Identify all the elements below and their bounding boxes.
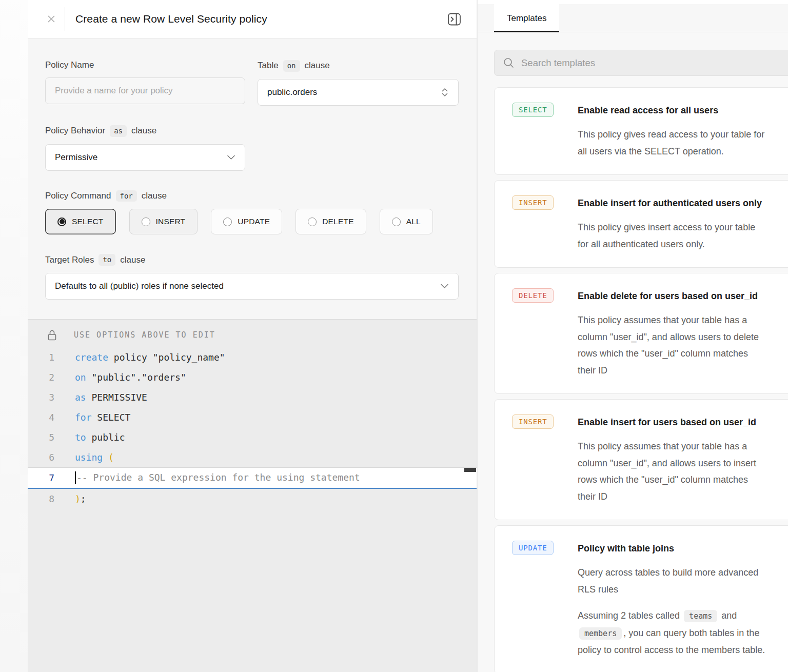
token-plain: public [86,432,125,443]
card-content: Enable read access for all usersThis pol… [578,103,788,160]
editor-line-6: 6using ( [28,447,477,467]
template-card-2[interactable]: INSERTEnable insert for authenticated us… [494,180,788,268]
token-keyword: to [75,432,86,443]
description-text: This policy assumes that your table has … [578,441,747,451]
to-keyword-pill: to [98,254,115,266]
panel-right-icon [447,12,461,26]
line-content: using ( [75,452,114,463]
token-plain: PERMISSIVE [86,392,147,403]
token-paren: ) [75,493,81,504]
line-number: 5 [28,432,75,443]
card-title: Enable insert for users based on user_id [578,416,788,428]
table-select[interactable]: public.orders [258,79,459,106]
line-number: 8 [28,493,75,504]
radio-delete[interactable]: DELETE [296,209,366,234]
behavior-field: Policy Behavior as clause Permissive [45,125,245,171]
radio-circle-icon [142,218,150,226]
radio-label: UPDATE [238,217,270,226]
card-badge-column: DELETE [512,288,578,379]
token-plain: ; [81,493,86,504]
radio-label: DELETE [322,217,354,226]
description-text: policy to control access to the members … [578,645,765,655]
description-text: column "user_id", and allows users to de… [578,332,759,342]
description-text: Query across tables to build more advanc… [578,567,758,578]
command-label: Policy Command for clause [45,190,459,202]
radio-all[interactable]: ALL [380,209,433,234]
token-plain [103,452,108,463]
editor-line-7: 7-- Provide a SQL expression for the usi… [28,467,477,489]
radio-circle-icon [57,218,66,226]
token-plain: policy "policy_name" [108,352,225,363]
card-title: Enable insert for authenticated users on… [578,197,788,209]
command-badge: DELETE [512,288,554,303]
token-paren: ( [108,452,114,463]
templates-search-area [478,32,788,76]
header-divider [65,7,65,31]
card-description-line: for all authenticated users only. [578,236,788,253]
card-description-paragraph: This policy assumes that your table has … [578,312,788,379]
page-backdrop [0,0,28,672]
templates-panel: Templates SELECTEnable read access for a… [477,0,788,672]
as-keyword-pill: as [110,125,127,137]
roles-label: Target Roles to clause [45,254,459,266]
template-card-3[interactable]: DELETEEnable delete for users based on u… [494,273,788,394]
templates-tabbar: Templates [478,0,788,32]
line-number: 6 [28,452,75,463]
description-text: and [719,610,737,621]
template-card-1[interactable]: SELECTEnable read access for all usersTh… [494,87,788,175]
line-content: create policy "policy_name" [75,352,225,363]
description-text: , you can query both tables in the [623,628,759,638]
card-badge-column: INSERT [512,414,578,505]
radio-label: ALL [406,217,421,226]
description-text: rows which the "user_id" column matches [578,348,748,359]
editor-line-1: 1create policy "policy_name" [28,347,477,367]
template-card-4[interactable]: INSERTEnable insert for users based on u… [494,399,788,520]
policy-name-input[interactable] [45,77,245,104]
card-description-line: This policy assumes that your table has … [578,312,788,329]
for-keyword-pill: for [116,190,137,202]
command-radio-group: SELECTINSERTUPDATEDELETEALL [45,209,459,234]
description-text: for all authenticated users only. [578,239,705,249]
token-keyword: for [75,412,92,423]
line-number: 4 [28,412,75,423]
editor-line-2: 2on "public"."orders" [28,367,477,387]
card-badge-column: INSERT [512,195,578,252]
description-text: rows which the "user_id" column matches [578,475,748,485]
radio-circle-icon [308,218,317,226]
card-description-line: This policy gives insert access to your … [578,219,788,236]
roles-select[interactable]: Defaults to all (public) roles if none s… [45,273,459,300]
tab-templates[interactable]: Templates [494,4,559,32]
line-number: 1 [28,352,75,363]
search-templates-input[interactable] [521,57,788,69]
table-field: Table on clause public.orders [258,60,459,106]
behavior-select[interactable]: Permissive [45,144,245,171]
card-content: Enable insert for users based on user_id… [578,414,788,505]
description-text: column "user_id", and allows users to in… [578,458,756,468]
editor-line-8: 8); [28,489,477,509]
chevron-down-icon [227,155,235,160]
radio-label: INSERT [156,217,186,226]
close-button[interactable] [45,13,57,25]
token-plain: SELECT [92,412,131,423]
line-content: for SELECT [75,412,130,423]
template-card-5[interactable]: UPDATEPolicy with table joinsQuery acros… [494,525,788,672]
card-content: Enable delete for users based on user_id… [578,288,788,379]
on-keyword-pill: on [283,60,300,72]
toggle-templates-panel-button[interactable] [447,12,461,26]
radio-select[interactable]: SELECT [45,209,116,234]
card-description-line: all users via the SELECT operation. [578,143,788,160]
card-description-line: their ID [578,488,788,505]
radio-insert[interactable]: INSERT [129,209,198,234]
line-content: on "public"."orders" [75,372,186,383]
chevrons-up-down-icon [441,87,449,97]
radio-update[interactable]: UPDATE [211,209,282,234]
card-description-paragraph: This policy gives insert access to your … [578,219,788,252]
sql-preview-editor[interactable]: USE OPTIONS ABOVE TO EDIT 1create policy… [28,319,477,672]
description-text: their ID [578,365,607,375]
close-icon [47,14,56,24]
inline-code-pill: members [579,627,622,640]
card-description-line: rows which the "user_id" column matches [578,345,788,362]
card-description-line: members, you can query both tables in th… [578,625,788,642]
inline-code-pill: teams [684,610,717,622]
line-content: to public [75,432,125,443]
